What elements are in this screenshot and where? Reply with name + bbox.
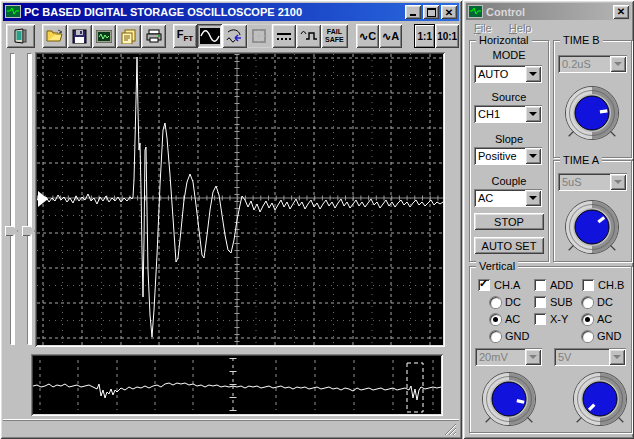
time-b-value: 0.2uS: [558, 58, 610, 70]
vertical-position-track-b[interactable]: [27, 53, 31, 344]
horizontal-group: Horizontal MODE AUTO Source CH1 Slope Po…: [469, 40, 549, 262]
time-b-dropdown-button[interactable]: [610, 56, 626, 72]
couple-combobox[interactable]: AC: [474, 189, 542, 207]
square-wave-button[interactable]: [296, 24, 321, 48]
source-combobox[interactable]: CH1: [474, 105, 542, 123]
grid-button[interactable]: [247, 24, 272, 48]
maximize-button[interactable]: [423, 5, 439, 19]
close-button[interactable]: ✕: [441, 5, 457, 19]
undo-wave-button[interactable]: [222, 24, 247, 48]
sine-wave-icon: [200, 28, 220, 44]
cha-dc-radio[interactable]: [490, 297, 501, 308]
stop-button[interactable]: STOP: [474, 213, 544, 230]
status-bar: [3, 420, 459, 437]
chb-ac-label: AC: [597, 313, 612, 325]
chb-range-value: 5V: [554, 351, 609, 363]
cha-checkbox[interactable]: [478, 279, 490, 291]
control-titlebar[interactable]: Control ✕: [466, 3, 631, 20]
cal-a-button[interactable]: ∿A: [379, 24, 402, 48]
wave-display-button[interactable]: [197, 24, 222, 48]
minimize-button[interactable]: [405, 5, 421, 19]
line-style-button[interactable]: [272, 24, 297, 48]
chevron-down-icon: [529, 355, 537, 359]
main-scope-display[interactable]: [35, 52, 445, 347]
cha-range-dropdown-button[interactable]: [525, 349, 541, 365]
open-button[interactable]: [42, 24, 67, 48]
cha-gnd-radio[interactable]: [490, 331, 501, 342]
save-button[interactable]: [67, 24, 92, 48]
chb-dc-radio[interactable]: [582, 297, 593, 308]
time-a-combobox[interactable]: 5uS: [558, 173, 627, 191]
notes-icon: [121, 29, 136, 44]
mode-combobox[interactable]: AUTO: [474, 65, 542, 83]
save-floppy-icon: [72, 29, 87, 44]
probe-10-1-button[interactable]: 10:1: [435, 24, 459, 48]
time-b-combobox[interactable]: 0.2uS: [558, 55, 627, 73]
dash-dot-lines-icon: [275, 30, 293, 42]
exit-door-icon: [12, 28, 28, 44]
cal-c-button[interactable]: ∿C: [356, 24, 379, 48]
cha-dc-label: DC: [505, 296, 521, 308]
probe-1-1-label: 1:1: [418, 31, 432, 42]
waveform-image-icon: [96, 30, 112, 43]
chevron-down-icon: [613, 355, 621, 359]
chb-gnd-label: GND: [597, 330, 621, 342]
cha-range-value: 20mV: [475, 351, 525, 363]
time-b-group: TIME B 0.2uS: [553, 40, 632, 158]
mini-scope-icon: [468, 5, 483, 18]
xy-checkbox[interactable]: [534, 313, 546, 325]
cha-range-combobox[interactable]: 20mV: [475, 348, 542, 366]
notes-button[interactable]: [116, 24, 141, 48]
control-close-button[interactable]: ✕: [613, 5, 629, 19]
couple-label: Couple: [470, 175, 548, 187]
cha-label: CH.A: [494, 279, 520, 291]
open-folder-icon: [46, 29, 64, 43]
main-window-title: PC BASED DIGITAL STORAGE OSCILLOSCOPE 21…: [24, 6, 302, 18]
chb-ac-radio[interactable]: [582, 314, 593, 325]
main-titlebar[interactable]: PC BASED DIGITAL STORAGE OSCILLOSCOPE 21…: [3, 3, 459, 21]
cha-gain-knob[interactable]: [481, 371, 537, 427]
chb-checkbox[interactable]: [582, 279, 594, 291]
autoset-button[interactable]: AUTO SET: [474, 237, 544, 254]
slope-value: Positive: [474, 150, 525, 162]
time-a-dropdown-button[interactable]: [610, 174, 626, 190]
exit-button[interactable]: [6, 24, 35, 48]
failsafe-button[interactable]: FAIL SAFE: [321, 24, 348, 48]
mode-dropdown-button[interactable]: [525, 66, 541, 82]
fft-button[interactable]: FFT: [173, 24, 198, 48]
menu-file[interactable]: File: [474, 22, 492, 34]
time-a-knob[interactable]: [564, 199, 620, 255]
time-b-knob[interactable]: [564, 85, 620, 141]
probe-1-1-button[interactable]: 1:1: [414, 24, 435, 48]
vertical-position-track-a[interactable]: [10, 53, 14, 344]
slope-dropdown-button[interactable]: [525, 148, 541, 164]
mode-value: AUTO: [474, 68, 525, 80]
minimize-icon: [410, 14, 416, 16]
chb-gain-knob[interactable]: [572, 371, 628, 427]
menu-help[interactable]: Help: [509, 22, 532, 34]
toolbar: FFT FAIL SAFE ∿C ∿A 1:1: [3, 22, 459, 50]
cal-c-label: ∿C: [359, 30, 376, 43]
probe-10-1-label: 10:1: [437, 31, 457, 42]
sub-checkbox[interactable]: [534, 296, 546, 308]
snapshot-button[interactable]: [92, 24, 117, 48]
stop-label: STOP: [494, 216, 524, 228]
time-a-value: 5uS: [558, 176, 610, 188]
time-a-caption: TIME A: [560, 154, 602, 166]
cha-ac-label: AC: [505, 313, 520, 325]
couple-dropdown-button[interactable]: [525, 190, 541, 206]
overview-display[interactable]: [31, 354, 443, 416]
source-label: Source: [470, 91, 548, 103]
chb-range-dropdown-button[interactable]: [609, 349, 625, 365]
cha-ac-radio[interactable]: [490, 314, 501, 325]
source-value: CH1: [474, 108, 525, 120]
slope-combobox[interactable]: Positive: [474, 147, 542, 165]
grid-icon: [251, 28, 267, 44]
add-checkbox[interactable]: [534, 279, 546, 291]
screen: PC BASED DIGITAL STORAGE OSCILLOSCOPE 21…: [0, 0, 634, 439]
source-dropdown-button[interactable]: [525, 106, 541, 122]
chb-gnd-radio[interactable]: [582, 331, 593, 342]
print-button[interactable]: [141, 24, 166, 48]
resize-grip-icon[interactable]: [444, 423, 457, 436]
chb-range-combobox[interactable]: 5V: [554, 348, 626, 366]
